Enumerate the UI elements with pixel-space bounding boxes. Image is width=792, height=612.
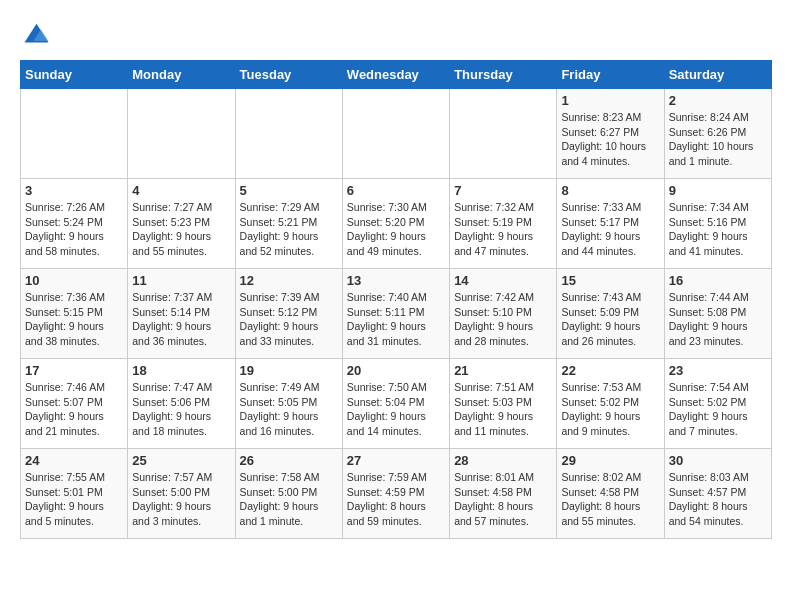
day-number: 16 xyxy=(669,273,767,288)
day-number: 10 xyxy=(25,273,123,288)
header xyxy=(20,20,772,50)
day-info: Sunrise: 8:03 AM Sunset: 4:57 PM Dayligh… xyxy=(669,470,767,529)
calendar-cell xyxy=(21,89,128,179)
day-number: 6 xyxy=(347,183,445,198)
day-header-sunday: Sunday xyxy=(21,61,128,89)
day-number: 1 xyxy=(561,93,659,108)
day-number: 29 xyxy=(561,453,659,468)
calendar-cell xyxy=(128,89,235,179)
calendar-cell: 20Sunrise: 7:50 AM Sunset: 5:04 PM Dayli… xyxy=(342,359,449,449)
calendar-cell: 14Sunrise: 7:42 AM Sunset: 5:10 PM Dayli… xyxy=(450,269,557,359)
day-number: 15 xyxy=(561,273,659,288)
day-number: 21 xyxy=(454,363,552,378)
day-info: Sunrise: 8:02 AM Sunset: 4:58 PM Dayligh… xyxy=(561,470,659,529)
calendar-cell: 22Sunrise: 7:53 AM Sunset: 5:02 PM Dayli… xyxy=(557,359,664,449)
calendar-cell: 11Sunrise: 7:37 AM Sunset: 5:14 PM Dayli… xyxy=(128,269,235,359)
day-number: 17 xyxy=(25,363,123,378)
day-number: 22 xyxy=(561,363,659,378)
day-info: Sunrise: 7:36 AM Sunset: 5:15 PM Dayligh… xyxy=(25,290,123,349)
day-info: Sunrise: 7:26 AM Sunset: 5:24 PM Dayligh… xyxy=(25,200,123,259)
calendar-cell: 8Sunrise: 7:33 AM Sunset: 5:17 PM Daylig… xyxy=(557,179,664,269)
day-header-tuesday: Tuesday xyxy=(235,61,342,89)
day-info: Sunrise: 7:57 AM Sunset: 5:00 PM Dayligh… xyxy=(132,470,230,529)
calendar-cell: 4Sunrise: 7:27 AM Sunset: 5:23 PM Daylig… xyxy=(128,179,235,269)
day-number: 7 xyxy=(454,183,552,198)
calendar-cell: 27Sunrise: 7:59 AM Sunset: 4:59 PM Dayli… xyxy=(342,449,449,539)
day-info: Sunrise: 7:37 AM Sunset: 5:14 PM Dayligh… xyxy=(132,290,230,349)
calendar-cell: 18Sunrise: 7:47 AM Sunset: 5:06 PM Dayli… xyxy=(128,359,235,449)
day-info: Sunrise: 8:01 AM Sunset: 4:58 PM Dayligh… xyxy=(454,470,552,529)
day-number: 28 xyxy=(454,453,552,468)
calendar-cell xyxy=(450,89,557,179)
calendar-cell: 21Sunrise: 7:51 AM Sunset: 5:03 PM Dayli… xyxy=(450,359,557,449)
day-info: Sunrise: 7:30 AM Sunset: 5:20 PM Dayligh… xyxy=(347,200,445,259)
day-info: Sunrise: 7:55 AM Sunset: 5:01 PM Dayligh… xyxy=(25,470,123,529)
day-number: 19 xyxy=(240,363,338,378)
calendar-cell: 6Sunrise: 7:30 AM Sunset: 5:20 PM Daylig… xyxy=(342,179,449,269)
day-number: 26 xyxy=(240,453,338,468)
day-number: 23 xyxy=(669,363,767,378)
day-number: 2 xyxy=(669,93,767,108)
calendar-cell: 12Sunrise: 7:39 AM Sunset: 5:12 PM Dayli… xyxy=(235,269,342,359)
day-header-friday: Friday xyxy=(557,61,664,89)
calendar-cell: 30Sunrise: 8:03 AM Sunset: 4:57 PM Dayli… xyxy=(664,449,771,539)
day-number: 9 xyxy=(669,183,767,198)
calendar-cell: 28Sunrise: 8:01 AM Sunset: 4:58 PM Dayli… xyxy=(450,449,557,539)
day-number: 12 xyxy=(240,273,338,288)
day-header-monday: Monday xyxy=(128,61,235,89)
calendar-cell: 5Sunrise: 7:29 AM Sunset: 5:21 PM Daylig… xyxy=(235,179,342,269)
calendar-week-5: 24Sunrise: 7:55 AM Sunset: 5:01 PM Dayli… xyxy=(21,449,772,539)
day-header-thursday: Thursday xyxy=(450,61,557,89)
day-number: 20 xyxy=(347,363,445,378)
calendar-cell xyxy=(235,89,342,179)
calendar-cell: 23Sunrise: 7:54 AM Sunset: 5:02 PM Dayli… xyxy=(664,359,771,449)
calendar-cell: 9Sunrise: 7:34 AM Sunset: 5:16 PM Daylig… xyxy=(664,179,771,269)
day-number: 30 xyxy=(669,453,767,468)
day-info: Sunrise: 7:42 AM Sunset: 5:10 PM Dayligh… xyxy=(454,290,552,349)
calendar-cell: 7Sunrise: 7:32 AM Sunset: 5:19 PM Daylig… xyxy=(450,179,557,269)
day-info: Sunrise: 7:44 AM Sunset: 5:08 PM Dayligh… xyxy=(669,290,767,349)
calendar-cell: 13Sunrise: 7:40 AM Sunset: 5:11 PM Dayli… xyxy=(342,269,449,359)
calendar-cell: 24Sunrise: 7:55 AM Sunset: 5:01 PM Dayli… xyxy=(21,449,128,539)
day-info: Sunrise: 7:51 AM Sunset: 5:03 PM Dayligh… xyxy=(454,380,552,439)
day-number: 3 xyxy=(25,183,123,198)
calendar-cell xyxy=(342,89,449,179)
calendar-week-4: 17Sunrise: 7:46 AM Sunset: 5:07 PM Dayli… xyxy=(21,359,772,449)
day-number: 8 xyxy=(561,183,659,198)
calendar-cell: 29Sunrise: 8:02 AM Sunset: 4:58 PM Dayli… xyxy=(557,449,664,539)
day-number: 27 xyxy=(347,453,445,468)
calendar-week-2: 3Sunrise: 7:26 AM Sunset: 5:24 PM Daylig… xyxy=(21,179,772,269)
day-number: 11 xyxy=(132,273,230,288)
calendar-cell: 17Sunrise: 7:46 AM Sunset: 5:07 PM Dayli… xyxy=(21,359,128,449)
day-number: 4 xyxy=(132,183,230,198)
day-info: Sunrise: 7:46 AM Sunset: 5:07 PM Dayligh… xyxy=(25,380,123,439)
calendar-cell: 26Sunrise: 7:58 AM Sunset: 5:00 PM Dayli… xyxy=(235,449,342,539)
calendar-cell: 16Sunrise: 7:44 AM Sunset: 5:08 PM Dayli… xyxy=(664,269,771,359)
day-number: 24 xyxy=(25,453,123,468)
day-number: 18 xyxy=(132,363,230,378)
calendar-cell: 3Sunrise: 7:26 AM Sunset: 5:24 PM Daylig… xyxy=(21,179,128,269)
calendar-cell: 2Sunrise: 8:24 AM Sunset: 6:26 PM Daylig… xyxy=(664,89,771,179)
logo-icon xyxy=(20,20,50,50)
day-number: 13 xyxy=(347,273,445,288)
day-info: Sunrise: 7:47 AM Sunset: 5:06 PM Dayligh… xyxy=(132,380,230,439)
day-info: Sunrise: 7:49 AM Sunset: 5:05 PM Dayligh… xyxy=(240,380,338,439)
calendar-header-row: SundayMondayTuesdayWednesdayThursdayFrid… xyxy=(21,61,772,89)
day-info: Sunrise: 7:54 AM Sunset: 5:02 PM Dayligh… xyxy=(669,380,767,439)
day-info: Sunrise: 7:27 AM Sunset: 5:23 PM Dayligh… xyxy=(132,200,230,259)
calendar-cell: 1Sunrise: 8:23 AM Sunset: 6:27 PM Daylig… xyxy=(557,89,664,179)
calendar-cell: 19Sunrise: 7:49 AM Sunset: 5:05 PM Dayli… xyxy=(235,359,342,449)
day-info: Sunrise: 8:23 AM Sunset: 6:27 PM Dayligh… xyxy=(561,110,659,169)
day-info: Sunrise: 7:53 AM Sunset: 5:02 PM Dayligh… xyxy=(561,380,659,439)
day-info: Sunrise: 7:32 AM Sunset: 5:19 PM Dayligh… xyxy=(454,200,552,259)
calendar-cell: 15Sunrise: 7:43 AM Sunset: 5:09 PM Dayli… xyxy=(557,269,664,359)
day-info: Sunrise: 7:33 AM Sunset: 5:17 PM Dayligh… xyxy=(561,200,659,259)
calendar-week-3: 10Sunrise: 7:36 AM Sunset: 5:15 PM Dayli… xyxy=(21,269,772,359)
calendar: SundayMondayTuesdayWednesdayThursdayFrid… xyxy=(20,60,772,539)
day-info: Sunrise: 7:59 AM Sunset: 4:59 PM Dayligh… xyxy=(347,470,445,529)
day-number: 5 xyxy=(240,183,338,198)
day-header-saturday: Saturday xyxy=(664,61,771,89)
day-info: Sunrise: 7:40 AM Sunset: 5:11 PM Dayligh… xyxy=(347,290,445,349)
day-header-wednesday: Wednesday xyxy=(342,61,449,89)
day-info: Sunrise: 7:43 AM Sunset: 5:09 PM Dayligh… xyxy=(561,290,659,349)
